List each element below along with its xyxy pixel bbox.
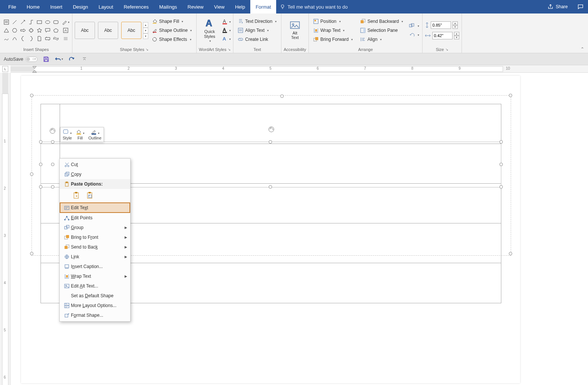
width-spinner[interactable]: ▴▾ <box>454 32 459 39</box>
align-button[interactable]: Align▾ <box>358 35 405 43</box>
shape-doc-icon[interactable] <box>35 34 44 43</box>
size-launcher[interactable]: ↘ <box>445 48 448 51</box>
wordart-launcher[interactable]: ↘ <box>228 48 231 51</box>
shape-flowchart-icon[interactable] <box>44 34 52 43</box>
alt-text-button[interactable]: Alt Text <box>284 18 305 43</box>
create-link-button[interactable]: Create Link <box>236 35 279 43</box>
mini-outline-button[interactable]: ▾ Outline <box>88 129 101 140</box>
tell-me-search[interactable]: Tell me what you want to do <box>276 0 347 13</box>
selection-handle[interactable] <box>30 172 33 176</box>
autosave-toggle[interactable]: AutoSave Off <box>4 57 38 62</box>
tab-design[interactable]: Design <box>68 0 93 13</box>
redo-button[interactable] <box>68 55 76 63</box>
toggle-switch-icon[interactable]: Off <box>26 57 38 62</box>
selection-handle[interactable] <box>509 252 512 255</box>
edit-shape-button[interactable]: ▾ <box>62 18 70 26</box>
mini-fill-button[interactable]: ▾ Fill <box>75 129 84 140</box>
ctx-default-shape[interactable]: Set as Default Shape <box>60 291 130 301</box>
tab-home[interactable]: Home <box>21 0 45 13</box>
shapes-gallery[interactable] <box>2 18 60 43</box>
shape-outline-button[interactable]: Shape Outline▾ <box>150 26 194 34</box>
height-control[interactable]: ▴▾ <box>425 21 459 30</box>
rotate-button[interactable]: ▾ <box>408 31 420 39</box>
width-control[interactable]: ▴▾ <box>425 31 459 40</box>
selection-handle[interactable] <box>269 185 272 189</box>
style-swatch-2[interactable]: Abc <box>98 22 118 39</box>
shape-freeform-icon[interactable] <box>2 34 11 43</box>
width-input[interactable] <box>432 32 453 39</box>
rotation-handle[interactable] <box>268 126 275 133</box>
document-canvas[interactable]: ▾ Style ▾ Fill ▾ Outline Cut Copy Paste … <box>11 73 588 385</box>
bring-forward-button[interactable]: Bring Forward▾ <box>311 35 355 43</box>
shape-brace-left-icon[interactable] <box>19 34 27 43</box>
shape-textbox-icon[interactable] <box>2 18 11 26</box>
ctx-edit-text[interactable]: Edit Text <box>60 202 130 213</box>
style-gallery-spinner[interactable]: ▴▾▾ <box>143 22 148 39</box>
text-fill-button[interactable]: A▾ <box>222 18 231 25</box>
selection-handle[interactable] <box>51 163 54 166</box>
selection-handle[interactable] <box>51 140 54 144</box>
tab-insert[interactable]: Insert <box>45 0 68 13</box>
selection-handle[interactable] <box>30 252 33 255</box>
shape-rect-icon[interactable] <box>35 18 44 26</box>
selection-handle[interactable] <box>499 185 503 189</box>
group-objects-button[interactable]: ▾ <box>408 22 420 30</box>
ctx-more-layout[interactable]: More Layout Options... <box>60 301 130 310</box>
text-direction-button[interactable]: Text Direction▾ <box>236 17 279 25</box>
shape-effects-button[interactable]: Shape Effects▾ <box>150 35 194 43</box>
paste-picture-button[interactable] <box>85 190 95 201</box>
rotation-handle[interactable] <box>49 127 56 134</box>
style-swatch-1[interactable]: Abc <box>75 22 95 39</box>
quick-styles-button[interactable]: A Quick Styles▾ <box>199 18 220 43</box>
ctx-link[interactable]: Link▶ <box>60 252 130 262</box>
tab-review[interactable]: Review <box>182 0 209 13</box>
shape-hexagon-icon[interactable] <box>11 26 19 34</box>
height-spinner[interactable]: ▴▾ <box>453 21 458 29</box>
shape-callout-icon[interactable] <box>44 26 52 34</box>
shape-line-icon[interactable] <box>11 18 19 26</box>
ctx-copy[interactable]: Copy <box>60 169 130 179</box>
qat-customize-button[interactable] <box>80 55 89 63</box>
share-button[interactable]: Share <box>542 0 573 13</box>
tab-file[interactable]: File <box>3 0 21 13</box>
undo-button[interactable]: ▾ <box>55 55 63 63</box>
shape-curve-icon[interactable] <box>11 34 19 43</box>
draw-textbox-button[interactable]: A <box>62 26 70 34</box>
shape-styles-launcher[interactable]: ↘ <box>146 48 149 51</box>
tab-format[interactable]: Format <box>250 0 276 13</box>
shape-oval-icon[interactable] <box>44 18 52 26</box>
selection-handle[interactable] <box>39 185 42 189</box>
selection-handle[interactable] <box>280 94 284 98</box>
save-button[interactable] <box>42 55 50 63</box>
mini-style-button[interactable]: ▾ Style <box>63 129 72 140</box>
tab-view[interactable]: View <box>209 0 230 13</box>
tab-selector[interactable]: L <box>2 66 8 72</box>
ruler-horizontal[interactable]: L 1 2 3 4 5 6 7 8 9 10 <box>11 65 588 73</box>
ctx-bring-front[interactable]: Bring to Front▶ <box>60 232 130 242</box>
selection-handle[interactable] <box>499 163 503 166</box>
tab-help[interactable]: Help <box>230 0 250 13</box>
wrap-text-button[interactable]: Wrap Text▾ <box>311 26 355 34</box>
selection-handle[interactable] <box>499 140 503 144</box>
selection-pane-button[interactable]: Selection Pane <box>358 26 405 34</box>
shape-plus-icon[interactable] <box>27 26 35 34</box>
ctx-edit-alt-text[interactable]: Edit Alt Text... <box>60 281 130 291</box>
tab-references[interactable]: References <box>119 0 154 13</box>
shape-arrow-icon[interactable] <box>19 26 27 34</box>
ctx-wrap-text[interactable]: Wrap Text▶ <box>60 271 130 281</box>
ruler-vertical[interactable]: 123456 <box>0 73 11 385</box>
ctx-cut[interactable]: Cut <box>60 160 130 169</box>
shape-connector-icon[interactable] <box>27 18 35 26</box>
text-effects-button[interactable]: A▾ <box>222 35 231 43</box>
height-input[interactable] <box>431 21 451 29</box>
shapes-more-button[interactable] <box>62 34 70 43</box>
ctx-send-back[interactable]: Send to Back▶ <box>60 242 130 252</box>
shape-star-icon[interactable] <box>35 26 44 34</box>
send-backward-button[interactable]: Send Backward▾ <box>358 17 405 25</box>
shape-brace-right-icon[interactable] <box>27 34 35 43</box>
ctx-format-shape[interactable]: Format Shape... <box>60 310 130 320</box>
shape-roundrect-icon[interactable] <box>52 18 60 26</box>
ctx-group[interactable]: Group▶ <box>60 223 130 232</box>
selection-handle[interactable] <box>39 140 42 144</box>
shape-line-arrow-icon[interactable] <box>19 18 27 26</box>
